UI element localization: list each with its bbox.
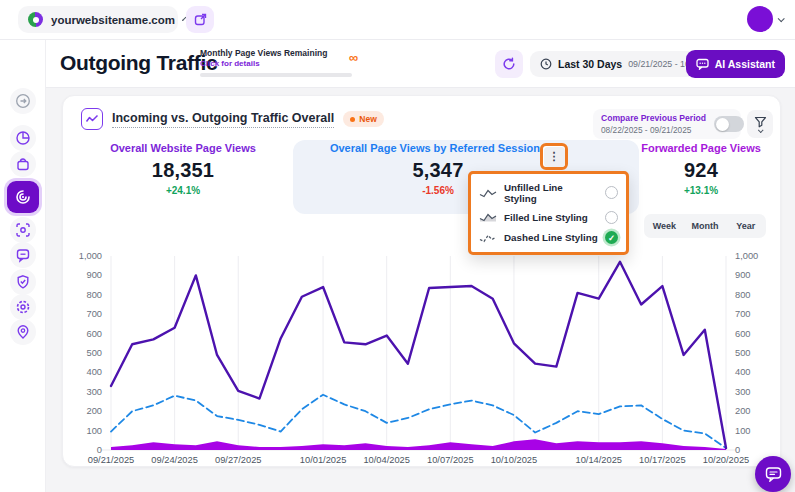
outgoing-traffic-icon (14, 188, 32, 206)
shield-check-icon (15, 274, 31, 290)
user-menu[interactable] (747, 6, 783, 32)
compare-range: 08/22/2025 - 09/21/2025 (601, 125, 706, 135)
quota-details-link[interactable]: Click for details (200, 59, 358, 68)
svg-text:700: 700 (86, 309, 102, 319)
radio-unselected[interactable] (605, 186, 618, 199)
svg-text:700: 700 (735, 309, 751, 319)
ai-assistant-label: AI Assistant (715, 58, 775, 70)
external-link-icon (194, 13, 207, 26)
menu-item-dashed-line-styling[interactable]: Dashed Line Styling ✓ (479, 231, 618, 244)
tab-week[interactable]: Week (644, 221, 685, 231)
svg-text:0: 0 (97, 445, 102, 455)
delta-up: +13.1% (641, 185, 761, 196)
svg-text:100: 100 (735, 426, 751, 436)
range-preset-label: Last 30 Days (558, 58, 622, 70)
svg-text:400: 400 (735, 367, 751, 377)
quota-label: Monthly Page Views Remaining (200, 48, 358, 58)
svg-text:10/20/2025: 10/20/2025 (703, 455, 750, 465)
chat-bubble-icon (765, 466, 782, 482)
site-selector[interactable]: yourwebsitename.com (18, 6, 178, 33)
chevron-down-icon (778, 15, 785, 22)
svg-text:1,000: 1,000 (735, 251, 758, 261)
radio-unselected[interactable] (605, 211, 618, 224)
sidebar-item-messages[interactable] (10, 242, 36, 268)
orange-dot-icon (350, 117, 355, 122)
svg-text:800: 800 (735, 290, 751, 300)
sidebar-item-outgoing-traffic[interactable] (7, 181, 39, 213)
svg-text:09/24/2025: 09/24/2025 (151, 455, 198, 465)
page-title: Outgoing Traffic (60, 51, 217, 75)
traffic-chart[interactable]: 09/21/202509/24/202509/27/202510/01/2025… (63, 246, 782, 468)
svg-text:600: 600 (86, 329, 102, 339)
stat-overall-website-page-views: Overall Website Page Views 18,351 +24.1% (83, 142, 283, 196)
sparkline-icon (85, 113, 99, 125)
sidebar-item-analytics[interactable] (10, 125, 36, 151)
svg-text:10/14/2025: 10/14/2025 (575, 455, 622, 465)
traffic-overview-card: Incoming vs. Outgoing Traffic Overall Ne… (62, 95, 781, 467)
line-chart: 09/21/202509/24/202509/27/202510/01/2025… (63, 246, 782, 468)
site-logo-icon (28, 12, 43, 27)
quota-progress-bar (200, 73, 352, 77)
support-chat-button[interactable] (755, 456, 791, 492)
clock-icon (540, 58, 552, 70)
svg-text:500: 500 (86, 348, 102, 358)
compare-label: Compare Previous Period (601, 113, 706, 123)
svg-text:1,000: 1,000 (79, 251, 102, 261)
expand-panel-icon (15, 93, 31, 109)
compare-toggle[interactable] (714, 116, 744, 132)
svg-text:10/07/2025: 10/07/2025 (427, 455, 474, 465)
svg-text:600: 600 (735, 329, 751, 339)
kebab-highlight-box: ⋮ (540, 143, 568, 170)
dashed-line-icon (479, 233, 497, 243)
radio-selected[interactable]: ✓ (605, 231, 618, 244)
menu-item-unfilled-line-styling[interactable]: Unfilled Line Styling (479, 182, 618, 204)
location-pin-icon (15, 324, 31, 340)
line-styling-menu: Unfilled Line Styling Filled Line Stylin… (468, 171, 629, 255)
refresh-icon (502, 57, 516, 71)
unfilled-line-icon (479, 188, 497, 198)
sidebar-item-tracking[interactable] (10, 217, 36, 243)
ai-chat-icon (696, 58, 709, 70)
sidebar (0, 40, 46, 492)
sidebar-item-security[interactable] (10, 269, 36, 295)
filled-line-icon (479, 212, 497, 222)
svg-text:100: 100 (86, 426, 102, 436)
chat-bubble-icon (15, 247, 31, 263)
granularity-tabs: Week Month Year (644, 214, 766, 238)
svg-text:0: 0 (735, 445, 740, 455)
svg-text:200: 200 (735, 406, 751, 416)
card-title: Incoming vs. Outgoing Traffic Overall (112, 111, 334, 128)
svg-text:900: 900 (86, 270, 102, 280)
site-domain-label: yourwebsitename.com (51, 14, 175, 26)
quota-widget: Monthly Page Views Remaining Click for d… (200, 48, 358, 77)
refresh-button[interactable] (495, 50, 523, 78)
chevron-down-icon (758, 127, 764, 133)
menu-item-filled-line-styling[interactable]: Filled Line Styling (479, 211, 618, 224)
open-site-button[interactable] (186, 6, 214, 33)
sidebar-item-location[interactable] (10, 319, 36, 345)
svg-text:500: 500 (735, 348, 751, 358)
top-bar: yourwebsitename.com (0, 0, 795, 40)
check-icon: ✓ (608, 234, 615, 243)
tab-year[interactable]: Year (725, 221, 766, 231)
svg-text:10/10/2025: 10/10/2025 (491, 455, 538, 465)
gear-icon (15, 299, 31, 315)
sidebar-expand-button[interactable] (10, 88, 36, 114)
svg-text:10/17/2025: 10/17/2025 (639, 455, 686, 465)
svg-text:800: 800 (86, 290, 102, 300)
svg-text:09/27/2025: 09/27/2025 (215, 455, 262, 465)
shopping-bag-icon (15, 156, 31, 172)
sidebar-item-settings[interactable] (10, 294, 36, 320)
avatar (747, 6, 773, 32)
dashboard-root: yourwebsitename.com (0, 0, 795, 492)
stat-forwarded-page-views: Forwarded Page Views 924 +13.1% (641, 142, 761, 196)
compare-previous-period: Compare Previous Period 08/22/2025 - 09/… (593, 109, 741, 139)
sidebar-item-products[interactable] (10, 151, 36, 177)
page-header: Outgoing Traffic Monthly Page Views Rema… (46, 40, 795, 88)
line-styling-menu-button[interactable]: ⋮ (544, 147, 565, 167)
tab-month[interactable]: Month (685, 221, 726, 231)
filter-button[interactable] (747, 110, 773, 138)
svg-text:200: 200 (86, 406, 102, 416)
ai-assistant-button[interactable]: AI Assistant (686, 50, 785, 78)
chart-badge-icon[interactable] (81, 108, 103, 130)
